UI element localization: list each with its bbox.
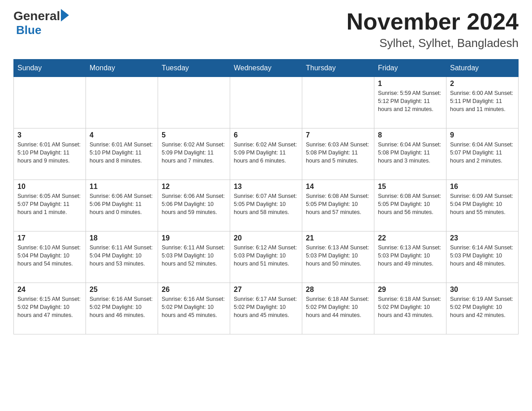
day-number-6: 6 (234, 131, 298, 139)
day-number-5: 5 (162, 131, 226, 139)
day-info-1: Sunrise: 5:59 AM Sunset: 5:12 PM Dayligh… (378, 89, 442, 113)
day-number-10: 10 (17, 183, 82, 191)
day-info-14: Sunrise: 6:08 AM Sunset: 5:05 PM Dayligh… (306, 192, 370, 216)
day-info-18: Sunrise: 6:11 AM Sunset: 5:04 PM Dayligh… (90, 244, 154, 268)
cell-w2-d5: 15Sunrise: 6:08 AM Sunset: 5:05 PM Dayli… (374, 180, 446, 231)
cell-w4-d6: 30Sunrise: 6:19 AM Sunset: 5:02 PM Dayli… (446, 283, 519, 334)
day-number-3: 3 (17, 131, 82, 139)
day-number-8: 8 (378, 131, 442, 139)
day-number-21: 21 (306, 234, 370, 242)
cell-w0-d3 (230, 77, 302, 128)
cell-w3-d0: 17Sunrise: 6:10 AM Sunset: 5:04 PM Dayli… (14, 231, 86, 283)
cell-w3-d4: 21Sunrise: 6:13 AM Sunset: 5:03 PM Dayli… (302, 231, 374, 283)
cell-w0-d1 (86, 77, 158, 128)
col-monday: Monday (86, 60, 158, 77)
logo-blue-text: Blue (16, 23, 41, 37)
cell-w3-d2: 19Sunrise: 6:11 AM Sunset: 5:03 PM Dayli… (158, 231, 230, 283)
day-info-23: Sunrise: 6:14 AM Sunset: 5:03 PM Dayligh… (450, 244, 515, 268)
day-info-24: Sunrise: 6:15 AM Sunset: 5:02 PM Dayligh… (17, 295, 82, 319)
day-info-16: Sunrise: 6:09 AM Sunset: 5:04 PM Dayligh… (450, 192, 515, 216)
cell-w2-d4: 14Sunrise: 6:08 AM Sunset: 5:05 PM Dayli… (302, 180, 374, 231)
day-number-22: 22 (378, 234, 442, 242)
day-info-19: Sunrise: 6:11 AM Sunset: 5:03 PM Dayligh… (162, 244, 226, 268)
week-row-4: 24Sunrise: 6:15 AM Sunset: 5:02 PM Dayli… (14, 283, 519, 334)
day-info-9: Sunrise: 6:04 AM Sunset: 5:07 PM Dayligh… (450, 141, 515, 165)
cell-w4-d4: 28Sunrise: 6:18 AM Sunset: 5:02 PM Dayli… (302, 283, 374, 334)
day-number-17: 17 (17, 234, 82, 242)
page-header: General Blue November 2024 Sylhet, Sylhe… (13, 9, 519, 50)
col-tuesday: Tuesday (158, 60, 230, 77)
cell-w0-d5: 1Sunrise: 5:59 AM Sunset: 5:12 PM Daylig… (374, 77, 446, 128)
day-number-7: 7 (306, 131, 370, 139)
cell-w0-d4 (302, 77, 374, 128)
day-number-11: 11 (90, 183, 154, 191)
day-number-19: 19 (162, 234, 226, 242)
day-number-24: 24 (17, 286, 82, 294)
col-wednesday: Wednesday (230, 60, 302, 77)
week-row-3: 17Sunrise: 6:10 AM Sunset: 5:04 PM Dayli… (14, 231, 519, 283)
calendar-title: November 2024 (347, 9, 519, 34)
day-info-15: Sunrise: 6:08 AM Sunset: 5:05 PM Dayligh… (378, 192, 442, 216)
day-number-23: 23 (450, 234, 515, 242)
day-number-15: 15 (378, 183, 442, 191)
cell-w2-d2: 12Sunrise: 6:06 AM Sunset: 5:06 PM Dayli… (158, 180, 230, 231)
day-number-27: 27 (234, 286, 298, 294)
cell-w1-d6: 9Sunrise: 6:04 AM Sunset: 5:07 PM Daylig… (446, 128, 519, 180)
day-number-1: 1 (378, 80, 442, 88)
day-info-27: Sunrise: 6:17 AM Sunset: 5:02 PM Dayligh… (234, 295, 298, 319)
col-sunday: Sunday (14, 60, 86, 77)
cell-w3-d1: 18Sunrise: 6:11 AM Sunset: 5:04 PM Dayli… (86, 231, 158, 283)
cell-w1-d3: 6Sunrise: 6:02 AM Sunset: 5:09 PM Daylig… (230, 128, 302, 180)
cell-w4-d2: 26Sunrise: 6:16 AM Sunset: 5:02 PM Dayli… (158, 283, 230, 334)
cell-w4-d0: 24Sunrise: 6:15 AM Sunset: 5:02 PM Dayli… (14, 283, 86, 334)
day-info-2: Sunrise: 6:00 AM Sunset: 5:11 PM Dayligh… (450, 89, 515, 113)
week-row-1: 3Sunrise: 6:01 AM Sunset: 5:10 PM Daylig… (14, 128, 519, 180)
day-number-4: 4 (90, 131, 154, 139)
cell-w1-d1: 4Sunrise: 6:01 AM Sunset: 5:10 PM Daylig… (86, 128, 158, 180)
day-info-28: Sunrise: 6:18 AM Sunset: 5:02 PM Dayligh… (306, 295, 370, 319)
day-info-26: Sunrise: 6:16 AM Sunset: 5:02 PM Dayligh… (162, 295, 226, 319)
cell-w3-d5: 22Sunrise: 6:13 AM Sunset: 5:03 PM Dayli… (374, 231, 446, 283)
logo: General Blue (13, 9, 69, 37)
week-row-0: 1Sunrise: 5:59 AM Sunset: 5:12 PM Daylig… (14, 77, 519, 128)
day-number-13: 13 (234, 183, 298, 191)
cell-w1-d4: 7Sunrise: 6:03 AM Sunset: 5:08 PM Daylig… (302, 128, 374, 180)
day-number-14: 14 (306, 183, 370, 191)
day-info-29: Sunrise: 6:18 AM Sunset: 5:02 PM Dayligh… (378, 295, 442, 319)
calendar-table: Sunday Monday Tuesday Wednesday Thursday… (13, 59, 519, 334)
day-info-4: Sunrise: 6:01 AM Sunset: 5:10 PM Dayligh… (90, 141, 154, 165)
cell-w1-d0: 3Sunrise: 6:01 AM Sunset: 5:10 PM Daylig… (14, 128, 86, 180)
cell-w3-d6: 23Sunrise: 6:14 AM Sunset: 5:03 PM Dayli… (446, 231, 519, 283)
day-info-13: Sunrise: 6:07 AM Sunset: 5:05 PM Dayligh… (234, 192, 298, 216)
week-row-2: 10Sunrise: 6:05 AM Sunset: 5:07 PM Dayli… (14, 180, 519, 231)
cell-w2-d0: 10Sunrise: 6:05 AM Sunset: 5:07 PM Dayli… (14, 180, 86, 231)
cell-w3-d3: 20Sunrise: 6:12 AM Sunset: 5:03 PM Dayli… (230, 231, 302, 283)
calendar-subtitle: Sylhet, Sylhet, Bangladesh (347, 36, 519, 50)
day-number-18: 18 (90, 234, 154, 242)
cell-w1-d2: 5Sunrise: 6:02 AM Sunset: 5:09 PM Daylig… (158, 128, 230, 180)
day-info-8: Sunrise: 6:04 AM Sunset: 5:08 PM Dayligh… (378, 141, 442, 165)
day-info-10: Sunrise: 6:05 AM Sunset: 5:07 PM Dayligh… (17, 192, 82, 216)
day-info-20: Sunrise: 6:12 AM Sunset: 5:03 PM Dayligh… (234, 244, 298, 268)
logo-general-text: General (13, 9, 60, 23)
day-number-9: 9 (450, 131, 515, 139)
day-info-7: Sunrise: 6:03 AM Sunset: 5:08 PM Dayligh… (306, 141, 370, 165)
day-number-20: 20 (234, 234, 298, 242)
cell-w0-d6: 2Sunrise: 6:00 AM Sunset: 5:11 PM Daylig… (446, 77, 519, 128)
day-info-25: Sunrise: 6:16 AM Sunset: 5:02 PM Dayligh… (90, 295, 154, 319)
col-saturday: Saturday (446, 60, 519, 77)
cell-w0-d2 (158, 77, 230, 128)
day-info-6: Sunrise: 6:02 AM Sunset: 5:09 PM Dayligh… (234, 141, 298, 165)
day-number-29: 29 (378, 286, 442, 294)
day-info-12: Sunrise: 6:06 AM Sunset: 5:06 PM Dayligh… (162, 192, 226, 216)
day-info-5: Sunrise: 6:02 AM Sunset: 5:09 PM Dayligh… (162, 141, 226, 165)
cell-w0-d0 (14, 77, 86, 128)
day-number-2: 2 (450, 80, 515, 88)
day-number-16: 16 (450, 183, 515, 191)
day-info-21: Sunrise: 6:13 AM Sunset: 5:03 PM Dayligh… (306, 244, 370, 268)
day-number-30: 30 (450, 286, 515, 294)
day-info-3: Sunrise: 6:01 AM Sunset: 5:10 PM Dayligh… (17, 141, 82, 165)
day-number-28: 28 (306, 286, 370, 294)
cell-w2-d6: 16Sunrise: 6:09 AM Sunset: 5:04 PM Dayli… (446, 180, 519, 231)
cell-w4-d1: 25Sunrise: 6:16 AM Sunset: 5:02 PM Dayli… (86, 283, 158, 334)
